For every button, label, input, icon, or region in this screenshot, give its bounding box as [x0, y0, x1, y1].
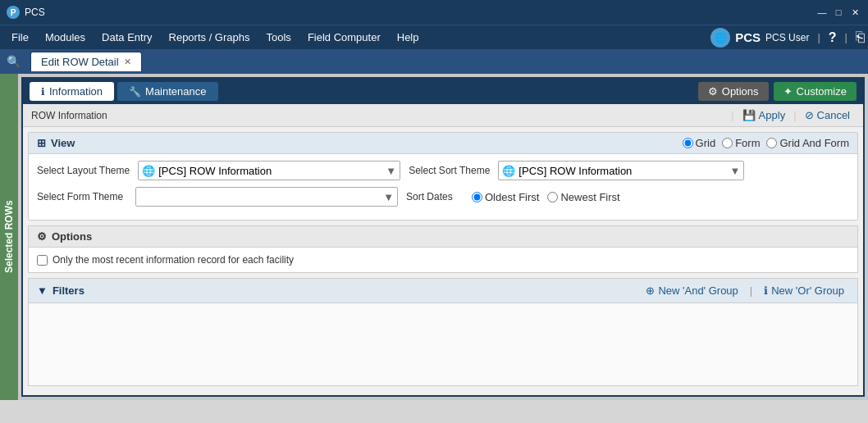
help-button[interactable]: ?: [829, 30, 837, 45]
apply-button[interactable]: 💾 Apply: [738, 107, 791, 123]
side-label[interactable]: Selected ROWs: [0, 74, 18, 400]
layout-theme-globe-icon: 🌐: [142, 165, 155, 177]
breadcrumb-divider-2: |: [793, 109, 796, 121]
menu-help[interactable]: Help: [389, 28, 427, 47]
radio-grid-and-form[interactable]: [766, 138, 777, 148]
options-header: ⚙ Options: [29, 226, 857, 248]
breadcrumb-divider: |: [731, 109, 733, 121]
radio-form-label[interactable]: Form: [722, 137, 760, 149]
filter-divider: |: [750, 284, 752, 297]
radio-grid[interactable]: [683, 138, 693, 148]
menu-tools[interactable]: Tools: [258, 28, 299, 47]
menu-bar: File Modules Data Entry Reports / Graphs…: [0, 25, 868, 49]
information-tab-label: Information: [49, 85, 103, 98]
customize-button[interactable]: ✦ Customize: [774, 82, 857, 101]
title-bar-controls: — □ ✕: [815, 6, 861, 19]
view-row-2: Select Form Theme ▼ Sort Dates Oldest Fi…: [37, 187, 849, 207]
new-or-group-button[interactable]: ℹ New 'Or' Group: [759, 283, 849, 298]
information-tab-icon: ℹ: [41, 86, 45, 98]
radio-grid-and-form-label[interactable]: Grid And Form: [766, 137, 849, 149]
newest-first-text: Newest First: [560, 191, 619, 203]
options-icon: ⚙: [708, 85, 718, 98]
view-icon: ⊞: [37, 137, 46, 149]
oldest-first-label[interactable]: Oldest First: [472, 191, 539, 203]
panel-tabs-right: ⚙ Options ✦ Customize: [698, 82, 857, 101]
form-theme-label: Select Form Theme: [37, 191, 127, 202]
view-header-right: Grid Form Grid And Form: [683, 137, 849, 149]
tab-information[interactable]: ℹ Information: [30, 82, 114, 101]
pcs-globe-icon: 🌐: [710, 28, 730, 48]
newest-first-label[interactable]: Newest First: [547, 191, 619, 203]
title-bar: P PCS — □ ✕: [0, 0, 868, 25]
oldest-first-radio[interactable]: [472, 192, 482, 202]
menu-bar-user: PCS User: [765, 32, 809, 43]
radio-grid-label[interactable]: Grid: [683, 137, 716, 149]
content-panel: ℹ Information 🔧 Maintenance ⚙ Options ✦ …: [21, 77, 865, 397]
cancel-button[interactable]: ⊘ Cancel: [800, 107, 855, 123]
minimize-button[interactable]: —: [815, 6, 829, 19]
options-button[interactable]: ⚙ Options: [698, 82, 769, 101]
form-theme-select[interactable]: ▼: [135, 187, 398, 207]
breadcrumb-row: ROW Information | 💾 Apply | ⊘ Cancel: [23, 104, 863, 127]
checkbox-label: Only the most recent information record …: [53, 254, 294, 266]
sort-theme-label: Select Sort Theme: [409, 165, 490, 176]
view-title: View: [51, 137, 75, 149]
new-and-group-button[interactable]: ⊕ New 'And' Group: [641, 283, 742, 298]
title-bar-left: P PCS: [7, 6, 45, 19]
new-and-group-icon: ⊕: [646, 284, 655, 297]
menu-bar-right: 🌐 PCS PCS User | ? | ⎗: [710, 28, 865, 48]
apply-label: Apply: [759, 109, 786, 121]
newest-first-radio[interactable]: [547, 192, 558, 202]
panel-tabs-left: ℹ Information 🔧 Maintenance: [30, 82, 218, 101]
tab-edit-row[interactable]: Edit ROW Detail ✕: [30, 52, 142, 71]
title-bar-title: PCS: [25, 7, 45, 18]
close-button[interactable]: ✕: [848, 6, 861, 19]
breadcrumb-text: ROW Information: [31, 110, 107, 121]
options-section: ⚙ Options Only the most recent informati…: [28, 225, 858, 273]
filters-body: [29, 303, 857, 385]
options-section-icon: ⚙: [37, 230, 47, 243]
maximize-button[interactable]: □: [832, 6, 845, 19]
panel-tabs: ℹ Information 🔧 Maintenance ⚙ Options ✦ …: [23, 79, 863, 104]
menu-reports-graphs[interactable]: Reports / Graphs: [161, 28, 258, 47]
panel-body: ⊞ View Grid Form: [23, 127, 863, 395]
options-section-title: Options: [52, 230, 92, 243]
view-header-left: ⊞ View: [37, 137, 75, 149]
menu-field-computer[interactable]: Field Computer: [299, 28, 389, 47]
menu-file[interactable]: File: [3, 28, 37, 47]
tab-maintenance[interactable]: 🔧 Maintenance: [117, 82, 217, 101]
menu-modules[interactable]: Modules: [37, 28, 94, 47]
cancel-icon: ⊘: [805, 109, 814, 121]
radio-form[interactable]: [722, 138, 733, 148]
apply-icon: 💾: [742, 109, 756, 121]
tab-label: Edit ROW Detail: [41, 56, 119, 68]
signout-button[interactable]: ⎗: [856, 29, 865, 46]
filters-title: Filters: [53, 284, 85, 297]
options-label: Options: [722, 85, 759, 98]
sort-theme-globe-icon: 🌐: [502, 165, 515, 177]
form-theme-arrow-icon: ▼: [383, 191, 394, 203]
cancel-label: Cancel: [817, 109, 850, 121]
layout-theme-arrow-icon: ▼: [386, 165, 396, 177]
sort-dates-section: Sort Dates Oldest First Newest First: [406, 191, 849, 203]
customize-icon: ✦: [783, 85, 793, 98]
view-body: Select Layout Theme 🌐 [PCS] ROW Informat…: [29, 154, 857, 220]
sort-dates-radio-group: Oldest First Newest First: [472, 191, 620, 203]
tab-close-icon[interactable]: ✕: [124, 57, 131, 67]
new-or-group-label: New 'Or' Group: [771, 284, 844, 297]
menu-bar-brand: PCS: [735, 30, 761, 44]
menu-data-entry[interactable]: Data Entry: [94, 28, 160, 47]
recent-record-checkbox[interactable]: [37, 255, 48, 266]
radio-grid-and-form-text: Grid And Form: [779, 137, 849, 149]
filter-icon: ▼: [37, 284, 48, 297]
search-icon[interactable]: 🔍: [7, 55, 21, 68]
search-bar: 🔍 Edit ROW Detail ✕: [0, 49, 868, 74]
sort-section: Select Sort Theme 🌐 [PCS] ROW Informatio…: [409, 161, 849, 180]
radio-form-text: Form: [735, 137, 760, 149]
menu-divider-1: |: [817, 31, 820, 43]
sort-theme-select[interactable]: 🌐 [PCS] ROW Information ▼: [498, 161, 744, 180]
new-and-group-label: New 'And' Group: [658, 284, 738, 297]
view-section: ⊞ View Grid Form: [28, 132, 858, 221]
radio-grid-text: Grid: [696, 137, 716, 149]
layout-theme-select[interactable]: 🌐 [PCS] ROW Information ▼: [138, 161, 400, 180]
